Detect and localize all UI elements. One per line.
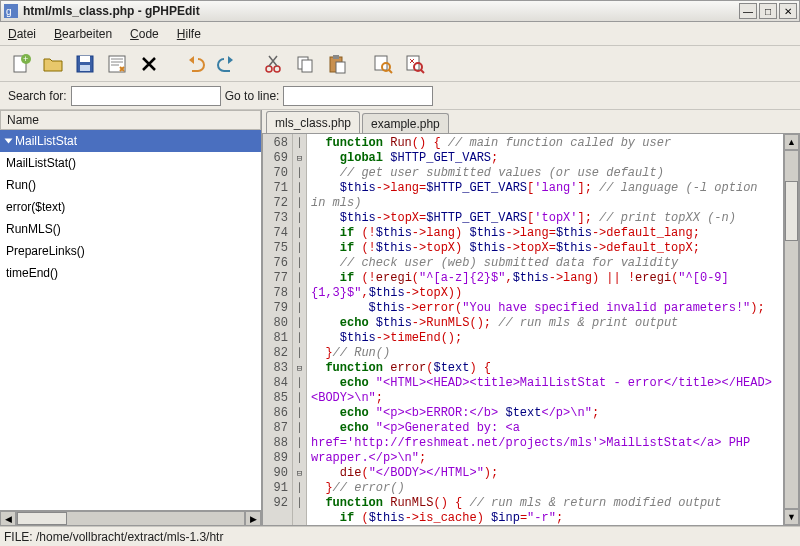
saveas-button[interactable] (102, 49, 132, 79)
sidebar-item[interactable]: MailListStat (0, 130, 261, 152)
statusbar: FILE: /home/vollbracht/extract/mls-1.3/h… (0, 526, 800, 546)
toolbar: + (0, 46, 800, 82)
editor: mls_class.phpexample.php 68 69 70 71 72 … (262, 110, 800, 526)
find-button[interactable] (368, 49, 398, 79)
sidebar-item[interactable]: error($text) (0, 196, 261, 218)
menubar: Datei Bearbeiten Code Hilfe (0, 22, 800, 46)
scroll-thumb[interactable] (17, 512, 67, 525)
sidebar-item[interactable]: MailListStat() (0, 152, 261, 174)
sidebar-item-label: timeEnd() (6, 266, 58, 280)
sidebar-item-label: MailListStat (15, 134, 77, 148)
svg-rect-6 (80, 56, 90, 62)
undo-button[interactable] (180, 49, 210, 79)
sidebar-item[interactable]: PrepareLinks() (0, 240, 261, 262)
sidebar-item-label: RunMLS() (6, 222, 61, 236)
tabs: mls_class.phpexample.php (262, 110, 800, 134)
code-line: function error($text) { (311, 361, 779, 376)
scroll-thumb[interactable] (785, 181, 798, 241)
code-line: if (!$this->topX) $this->topX=$this->def… (311, 241, 779, 256)
sidebar-list[interactable]: MailListStatMailListStat()Run()error($te… (0, 130, 261, 510)
sidebar-item[interactable]: timeEnd() (0, 262, 261, 284)
svg-rect-14 (333, 55, 339, 59)
cut-button[interactable] (258, 49, 288, 79)
code-line: }// Run() (311, 346, 779, 361)
searchbar: Search for: Go to line: (0, 82, 800, 110)
code-line: function RunMLS() { // run mls & return … (311, 496, 779, 511)
svg-point-10 (274, 66, 280, 72)
scroll-down-icon[interactable]: ▼ (784, 509, 799, 525)
new-button[interactable]: + (6, 49, 36, 79)
line-gutter: 68 69 70 71 72 73 74 75 76 77 78 79 80 8… (263, 134, 293, 525)
code-line: echo "<p><b>ERROR:</b> $text</p>\n"; (311, 406, 779, 421)
search-input[interactable] (71, 86, 221, 106)
scroll-left-icon[interactable]: ◀ (0, 511, 16, 526)
menu-bearbeiten[interactable]: Bearbeiten (54, 27, 112, 41)
code-line: if (!$this->lang) $this->lang=$this->def… (311, 226, 779, 241)
menu-hilfe[interactable]: Hilfe (177, 27, 201, 41)
tab[interactable]: mls_class.php (266, 111, 360, 133)
code-line: function Run() { // main function called… (311, 136, 779, 151)
sidebar: Name MailListStatMailListStat()Run()erro… (0, 110, 262, 526)
svg-rect-15 (336, 62, 345, 73)
fold-column[interactable]: │ ⊟ │ │ │ │ │ │ │ │ │ │ │ │ │ ⊟ │ │ │ │ … (293, 134, 307, 525)
search-label: Search for: (8, 89, 67, 103)
open-button[interactable] (38, 49, 68, 79)
sidebar-hscroll[interactable]: ◀ ▶ (0, 510, 261, 526)
code-line: echo $this->RunMLS(); // run mls & print… (311, 316, 779, 331)
sidebar-item[interactable]: Run() (0, 174, 261, 196)
save-button[interactable] (70, 49, 100, 79)
goto-label: Go to line: (225, 89, 280, 103)
paste-button[interactable] (322, 49, 352, 79)
minimize-button[interactable]: — (739, 3, 757, 19)
scroll-right-icon[interactable]: ▶ (245, 511, 261, 526)
titlebar: g html/mls_class.php - gPHPEdit — □ ✕ (0, 0, 800, 22)
code-line: $this->topX=$HTTP_GET_VARS['topX']; // p… (311, 211, 779, 226)
copy-button[interactable] (290, 49, 320, 79)
status-text: FILE: /home/vollbracht/extract/mls-1.3/h… (4, 530, 223, 544)
code-line: }// error() (311, 481, 779, 496)
sidebar-item-label: MailListStat() (6, 156, 76, 170)
code-line: $this->error("You have specified invalid… (311, 301, 779, 316)
tab[interactable]: example.php (362, 113, 449, 133)
code-line: // check user (web) submitted data for v… (311, 256, 779, 271)
maximize-button[interactable]: □ (759, 3, 777, 19)
sidebar-header[interactable]: Name (0, 110, 261, 130)
redo-button[interactable] (212, 49, 242, 79)
code-line: if (!eregi("^[a-z]{2}$",$this->lang) || … (311, 271, 779, 301)
svg-point-9 (266, 66, 272, 72)
window-title: html/mls_class.php - gPHPEdit (23, 4, 737, 18)
sidebar-item-label: PrepareLinks() (6, 244, 85, 258)
svg-text:+: + (23, 54, 28, 64)
code-line: if ($this->is_cache) $inp="-r"; (311, 511, 779, 525)
scroll-up-icon[interactable]: ▲ (784, 134, 799, 150)
svg-rect-7 (80, 65, 90, 71)
code-line: global $HTTP_GET_VARS; (311, 151, 779, 166)
code-line: die("</BODY></HTML>"); (311, 466, 779, 481)
code-area[interactable]: function Run() { // main function called… (307, 134, 783, 525)
expand-icon (5, 139, 13, 144)
sidebar-item[interactable]: RunMLS() (0, 218, 261, 240)
close-file-button[interactable] (134, 49, 164, 79)
menu-code[interactable]: Code (130, 27, 159, 41)
svg-rect-12 (302, 60, 312, 72)
code-line: echo "<HTML><HEAD><title>MailListStat - … (311, 376, 779, 406)
app-icon: g (3, 3, 19, 19)
editor-vscroll[interactable]: ▲ ▼ (783, 134, 799, 525)
code-line: // get user submitted values (or use def… (311, 166, 779, 181)
code-line: echo "<p>Generated by: <a href='http://f… (311, 421, 779, 466)
replace-button[interactable] (400, 49, 430, 79)
menu-datei[interactable]: Datei (8, 27, 36, 41)
svg-text:g: g (6, 6, 12, 17)
sidebar-item-label: Run() (6, 178, 36, 192)
code-line: $this->timeEnd(); (311, 331, 779, 346)
sidebar-item-label: error($text) (6, 200, 65, 214)
goto-input[interactable] (283, 86, 433, 106)
close-button[interactable]: ✕ (779, 3, 797, 19)
code-line: $this->lang=$HTTP_GET_VARS['lang']; // l… (311, 181, 779, 211)
